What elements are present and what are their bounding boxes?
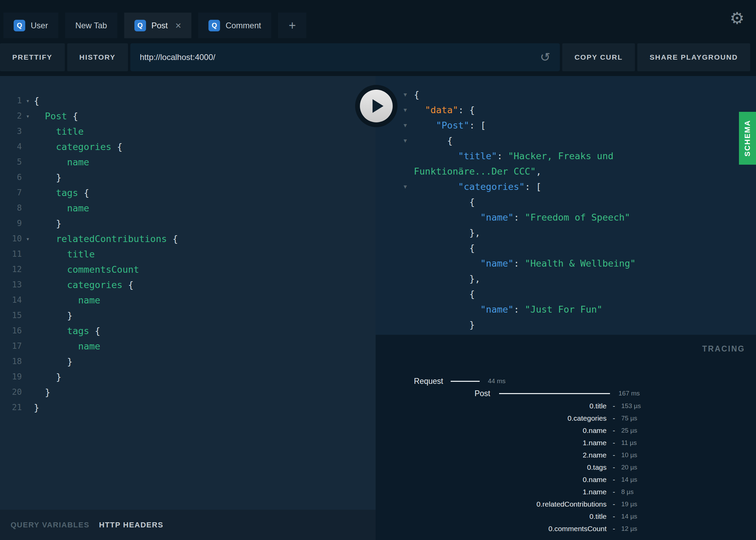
response-line: ▼ { [414, 133, 756, 148]
tab-label: User [31, 21, 48, 30]
tracing-row-label: 0.title [376, 402, 607, 410]
tab-new-tab[interactable]: New Tab [65, 13, 117, 38]
response-line: "name": "Freedom of Speech" [414, 210, 756, 225]
editor-line: 6 } [0, 170, 376, 185]
collapse-arrow-icon[interactable]: ▼ [404, 102, 407, 118]
collapse-arrow-icon[interactable]: ▼ [404, 87, 407, 102]
line-number: 16 [0, 323, 22, 339]
tab-comment[interactable]: QComment [198, 13, 271, 38]
tracing-rows: 0.title-153 µs0.categories-75 µs0.name-2… [376, 400, 756, 535]
response-line: { [414, 286, 756, 302]
line-number: 11 [0, 246, 22, 262]
http-headers-tab[interactable]: HTTP HEADERS [99, 521, 163, 529]
response-line: ] [414, 332, 756, 335]
code-text: title [34, 124, 84, 139]
tracing-bar-label: Post [376, 389, 490, 398]
line-number: 5 [0, 154, 22, 170]
tracing-row-dash: - [607, 402, 621, 410]
tracing-bar-duration: 167 ms [619, 390, 640, 397]
response-line: } [414, 317, 756, 332]
tracing-row-duration: 8 µs [621, 488, 634, 496]
editor-line: 21} [0, 400, 376, 415]
line-number: 4 [0, 139, 22, 154]
query-badge-icon: Q [14, 20, 25, 31]
plus-icon: + [289, 18, 296, 33]
fold-gutter [22, 385, 34, 400]
query-variables-tab[interactable]: QUERY VARIABLES [11, 521, 89, 529]
fold-gutter [22, 216, 34, 231]
code-text: } [34, 308, 73, 323]
tracing-title: TRACING [702, 344, 745, 354]
play-icon [373, 99, 383, 113]
tracing-row-label: 0.title [376, 512, 607, 521]
editor-line: 17 name [0, 339, 376, 354]
editor-line: 14 name [0, 292, 376, 308]
fold-gutter [22, 200, 34, 216]
code-text: } [34, 170, 61, 185]
collapse-arrow-icon[interactable]: ▼ [404, 118, 407, 133]
code-text: tags { [34, 185, 89, 200]
code-text: tags { [34, 323, 100, 339]
endpoint-url-input[interactable] [140, 52, 533, 62]
prettify-button[interactable]: PRETTIFY [0, 43, 65, 71]
line-number: 3 [0, 124, 22, 139]
fold-arrow-icon[interactable]: ▾ [22, 231, 34, 246]
reload-icon[interactable]: ↺ [540, 51, 550, 63]
fold-arrow-icon[interactable]: ▾ [22, 93, 34, 108]
tracing-row: 0.commentsCount-12 µs [376, 523, 756, 535]
new-tab-button[interactable]: + [278, 13, 306, 38]
main-area: 1▾{2▾ Post {3 title4 categories {5 name6… [0, 76, 756, 540]
response-viewer: ▼{▼ "data": {▼ "Post": [▼ { "title": "Ha… [376, 76, 756, 335]
collapse-arrow-icon[interactable]: ▼ [404, 179, 407, 194]
tracing-row-label: 1.name [376, 488, 607, 496]
response-line: Funktionäre...Der CCC", [414, 164, 756, 179]
line-number: 18 [0, 354, 22, 369]
editor-line: 1▾{ [0, 93, 376, 108]
line-number: 12 [0, 262, 22, 277]
close-tab-icon[interactable]: × [175, 20, 181, 31]
tab-post[interactable]: QPost× [124, 13, 192, 38]
execute-button-circle [360, 90, 393, 122]
tracing-row: 0.tags-20 µs [376, 461, 756, 474]
code-text: relatedContributions { [34, 231, 178, 246]
code-text: categories { [34, 277, 134, 292]
tracing-row: 1.name-8 µs [376, 486, 756, 498]
tracing-bar-line [451, 381, 480, 382]
code-text: name [34, 154, 89, 170]
tab-bar: QUserNew TabQPost×QComment + [0, 0, 756, 38]
tab-user[interactable]: QUser [3, 13, 58, 38]
tracing-row-dash: - [607, 525, 621, 533]
tracing-row-duration: 14 µs [621, 513, 637, 520]
copy-curl-button[interactable]: COPY CURL [562, 43, 635, 71]
execute-button[interactable] [355, 85, 397, 127]
history-button[interactable]: HISTORY [67, 43, 128, 71]
line-number: 19 [0, 369, 22, 385]
settings-gear-icon[interactable]: ⚙ [730, 10, 744, 27]
toolbar: PRETTIFY HISTORY ↺ COPY CURL SHARE PLAYG… [0, 43, 756, 71]
collapse-arrow-icon[interactable]: ▼ [404, 133, 407, 148]
editor-line: 12 commentsCount [0, 262, 376, 277]
editor-line: 16 tags { [0, 323, 376, 339]
fold-gutter [22, 339, 34, 354]
fold-arrow-icon[interactable]: ▾ [22, 108, 34, 124]
line-number: 6 [0, 170, 22, 185]
tracing-bar-duration: 44 ms [488, 377, 506, 385]
tracing-bar: Post167 ms [376, 387, 756, 400]
code-text: } [34, 354, 73, 369]
code-text: name [34, 200, 89, 216]
query-editor-code[interactable]: 1▾{2▾ Post {3 title4 categories {5 name6… [0, 76, 376, 415]
response-line: { [414, 194, 756, 210]
editor-line: 18 } [0, 354, 376, 369]
fold-gutter [22, 354, 34, 369]
fold-gutter [22, 292, 34, 308]
query-editor-pane[interactable]: 1▾{2▾ Post {3 title4 categories {5 name6… [0, 76, 376, 540]
tracing-row-label: 0.relatedContributions [376, 500, 607, 508]
editor-line: 4 categories { [0, 139, 376, 154]
code-text: } [34, 400, 39, 415]
schema-side-tab[interactable]: SCHEMA [739, 112, 756, 165]
tracing-row-duration: 12 µs [621, 525, 637, 532]
share-playground-button[interactable]: SHARE PLAYGROUND [637, 43, 750, 71]
fold-gutter [22, 154, 34, 170]
tracing-row-dash: - [607, 512, 621, 521]
tracing-row: 0.relatedContributions-19 µs [376, 498, 756, 510]
